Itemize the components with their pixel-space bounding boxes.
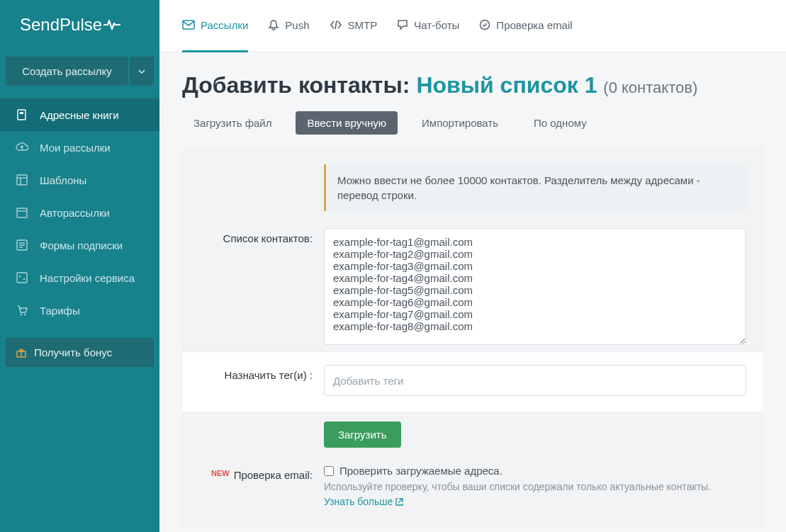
svg-rect-5 (17, 208, 27, 217)
tab-one-by-one[interactable]: По одному (522, 111, 598, 135)
list-name-link[interactable]: Новый список 1 (416, 72, 597, 98)
get-bonus-button[interactable]: Получить бонус (6, 338, 154, 367)
cart-icon (16, 304, 28, 317)
contact-count: (0 контактов) (603, 79, 697, 96)
svg-rect-0 (18, 110, 26, 120)
contacts-label: Список контактов: (199, 228, 324, 244)
topnav-item-campaigns[interactable]: Рассылки (182, 0, 248, 52)
topnav-item-smtp[interactable]: SMTP (330, 0, 378, 52)
svg-point-14 (21, 314, 22, 315)
verify-checkbox-label: Проверить загружаемые адреса. (339, 465, 503, 477)
pulse-icon (103, 18, 120, 31)
main-area: Рассылки Push SMTP Чат-боты Проверка ema… (159, 0, 786, 532)
sidebar-item-label: Настройки сервиса (40, 272, 135, 284)
topnav-item-chatbots[interactable]: Чат-боты (397, 0, 459, 52)
verify-label-cell: NEWПроверка email: (199, 465, 324, 481)
page-title: Добавить контакты: Новый список 1 (0 кон… (182, 72, 763, 98)
sidebar-nav: Адресные книги Мои рассылки Шаблоны Авто… (0, 98, 159, 327)
learn-more-link[interactable]: Узнать больше (324, 496, 403, 507)
create-campaign-group: Создать рассылку (0, 50, 159, 94)
svg-rect-11 (17, 273, 27, 283)
calendar-icon (16, 206, 28, 219)
upload-button[interactable]: Загрузить (324, 421, 401, 448)
cloud-icon (16, 141, 28, 154)
title-prefix: Добавить контакты: (182, 72, 416, 98)
verify-checkbox-row[interactable]: Проверить загружаемые адреса. (324, 465, 746, 477)
topnav-label: SMTP (348, 19, 378, 31)
import-tabs: Загрузить файл Ввести вручную Импортиров… (182, 111, 763, 135)
sidebar-item-label: Мои рассылки (40, 142, 111, 154)
chat-icon (397, 19, 408, 30)
sidebar-item-templates[interactable]: Шаблоны (0, 164, 159, 196)
bonus-label: Получить бонус (34, 346, 112, 358)
bell-icon (268, 19, 279, 30)
code-icon (330, 20, 342, 30)
topnav-label: Push (285, 19, 309, 31)
info-notice: Можно ввести не более 10000 контактов. Р… (324, 164, 746, 211)
create-campaign-dropdown[interactable] (130, 57, 154, 86)
svg-point-15 (24, 314, 26, 315)
learn-more-text: Узнать больше (324, 496, 393, 507)
topnav-label: Рассылки (201, 19, 248, 31)
topnav-label: Проверка email (496, 19, 572, 31)
book-icon (16, 108, 28, 121)
top-nav: Рассылки Push SMTP Чат-боты Проверка ema… (159, 0, 786, 52)
sidebar-item-pricing[interactable]: Тарифы (0, 294, 159, 327)
brand-text: SendPulse (20, 15, 102, 35)
chevron-down-icon (138, 69, 145, 74)
svg-point-13 (23, 278, 25, 280)
brand-logo[interactable]: SendPulse (0, 0, 159, 50)
mail-icon (182, 20, 195, 30)
sidebar-item-settings[interactable]: Настройки сервиса (0, 261, 159, 294)
tags-label: Назначить тег(и) : (199, 365, 324, 381)
sidebar-item-address-books[interactable]: Адресные книги (0, 98, 159, 131)
new-badge: NEW (211, 469, 230, 477)
contacts-textarea[interactable]: example-for-tag1@gmail.com example-for-t… (324, 228, 746, 345)
sidebar-item-label: Тарифы (40, 305, 80, 317)
topnav-item-push[interactable]: Push (268, 0, 309, 52)
sidebar-item-automation[interactable]: Авторассылки (0, 196, 159, 229)
external-link-icon (395, 498, 403, 506)
svg-rect-1 (20, 112, 23, 114)
tab-import[interactable]: Импортировать (410, 111, 510, 135)
sidebar-item-label: Адресные книги (40, 109, 119, 121)
check-circle-icon (479, 19, 490, 30)
tags-row-highlight: Назначить тег(и) : (182, 352, 763, 412)
verify-hint: Используйте проверку, чтобы ваши списки … (324, 481, 746, 492)
svg-point-12 (19, 276, 21, 277)
verify-label: Проверка email: (234, 469, 313, 481)
sidebar: SendPulse Создать рассылку Адресные книг… (0, 0, 159, 532)
sidebar-item-label: Формы подписки (40, 239, 123, 251)
sliders-icon (16, 271, 28, 284)
sidebar-item-my-campaigns[interactable]: Мои рассылки (0, 131, 159, 164)
sidebar-item-forms[interactable]: Формы подписки (0, 229, 159, 261)
gift-icon (16, 347, 27, 358)
create-campaign-button[interactable]: Создать рассылку (6, 57, 128, 86)
layout-icon (16, 174, 28, 186)
content: Добавить контакты: Новый список 1 (0 кон… (159, 52, 786, 532)
sidebar-item-label: Шаблоны (40, 174, 86, 186)
tab-upload-file[interactable]: Загрузить файл (182, 111, 283, 135)
tags-input[interactable] (324, 365, 746, 396)
verify-checkbox[interactable] (324, 466, 334, 476)
svg-rect-2 (17, 175, 27, 185)
tab-manual-entry[interactable]: Ввести вручную (296, 111, 398, 135)
topnav-item-verify[interactable]: Проверка email (479, 0, 572, 52)
form-icon (16, 239, 28, 251)
form-panel: Можно ввести не более 10000 контактов. Р… (182, 147, 763, 529)
topnav-label: Чат-боты (414, 19, 459, 31)
sidebar-item-label: Авторассылки (40, 207, 110, 219)
